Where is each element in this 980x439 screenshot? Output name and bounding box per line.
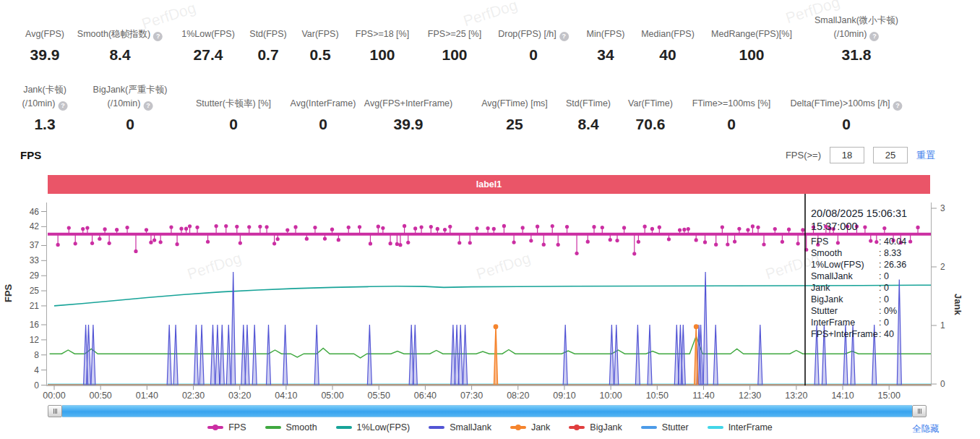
stat-item: Smooth(稳帧指数)?8.4 [77,27,163,64]
stat-value: 8.4 [577,116,598,133]
stat-item: Std(FPS)0.7 [249,27,286,64]
y-axis-right-tick-label: 3 [940,203,945,213]
y-axis-tick-label: 33 [30,255,40,265]
x-axis-tick-label: 13:20 [785,391,807,401]
stat-item: Avg(FPS)39.9 [25,27,64,64]
y-axis-title-right: Jank [953,294,963,315]
legend-item-smooth[interactable]: Smooth [265,422,317,432]
help-icon[interactable]: ? [153,32,163,41]
chart-label-text: label1 [476,179,502,189]
scrollbar-track[interactable] [62,405,912,417]
series-jank [494,324,699,385]
legend-item-jank[interactable]: Jank [510,422,550,432]
stat-value: 100 [442,46,467,64]
stat-label: Delta(FTime)>100ms [/h]? [790,97,902,111]
help-icon[interactable]: ? [58,101,67,111]
legend-label: Jank [531,422,550,432]
legend-label: SmallJank [450,422,491,432]
x-axis-tick-label: 02:30 [182,391,205,401]
stat-item: FPS>=18 [%]100 [356,27,409,64]
x-axis-tick-label: 15:00 [878,391,901,401]
stat-value: 25 [506,116,523,133]
help-icon[interactable]: ? [893,101,903,111]
stat-label: Avg(FPS+InterFrame) [364,97,452,111]
fps-threshold-low-input[interactable] [830,147,864,163]
section-title-fps: FPS [20,149,41,161]
fps-threshold-label: FPS(>=) [786,150,821,161]
stat-value: 40 [659,46,676,64]
x-axis-tick-label: 00:50 [90,391,112,401]
legend-marker [429,426,444,429]
series-smooth [50,336,936,358]
stat-item: FTime>=100ms [%]0 [692,97,771,133]
stat-value: 0 [727,116,736,133]
fps-chart[interactable]: 464237332925211612840321000:0000:5001:40… [0,194,980,404]
stat-value: 34 [597,46,614,64]
legend-item-stutter[interactable]: Stutter [641,422,689,432]
legend-item-bigjank[interactable]: BigJank [569,422,622,432]
legend-item-interframe[interactable]: InterFrame [708,422,773,432]
stat-item: Stutter(卡顿率) [%]0 [196,97,271,133]
series-fps [48,224,931,256]
legend-marker [265,426,281,429]
legend-marker [510,426,526,429]
x-axis-tick-label: 14:10 [831,391,854,401]
y-axis-right-tick-label: 1 [940,320,945,331]
stat-label: 1%Low(FPS) [181,27,235,41]
stat-value: 39.9 [30,46,60,64]
x-axis-tick-label: 00:00 [43,391,65,401]
y-axis-tick-label: 29 [30,270,40,281]
help-icon[interactable]: ? [143,101,152,111]
y-axis-tick-label: 46 [30,207,40,217]
stat-item: MedRange(FPS)[%]100 [711,27,792,64]
stat-value: 100 [739,46,764,64]
chart-legend: FPSSmooth1%Low(FPS)SmallJankJankBigJankS… [0,422,980,432]
y-axis-tick-label: 12 [30,335,40,345]
stat-item: Min(FPS)34 [587,27,625,64]
y-axis-right-tick-label: 2 [940,262,945,272]
stat-item: Median(FPS)40 [641,27,695,64]
legend-item-smalljank[interactable]: SmallJank [429,422,491,432]
stat-label: MedRange(FPS)[%] [711,27,792,41]
scrollbar-left-handle[interactable] [48,405,62,417]
chart-scrollbar[interactable] [48,405,927,417]
stat-label: Std(FTime) [566,97,611,111]
x-axis-tick-label: 06:40 [414,391,437,401]
stat-value: 100 [369,46,395,64]
x-axis-tick-label: 08:20 [507,391,529,401]
stat-label: Var(FPS) [301,27,338,41]
x-axis-tick-label: 05:50 [368,391,390,401]
stat-label: Std(FPS) [249,27,286,41]
stat-label: Drop(FPS) [/h]? [498,27,569,41]
stat-label: Jank(卡顿)(/10min)? [22,83,68,111]
fps-threshold-high-input[interactable] [873,147,908,163]
x-axis-tick-label: 05:00 [321,391,343,401]
legend-label: FPS [228,422,246,432]
y-axis-tick-label: 37 [30,240,40,250]
stat-item: Var(FTime)70.6 [628,97,673,133]
stat-value: 1.3 [34,116,55,133]
stat-value: 0.7 [257,46,278,64]
stat-label: FPS>=25 [%] [428,27,481,41]
stat-value: 0 [319,116,327,133]
stat-label: FPS>=18 [%] [356,27,409,41]
legend-item-fps[interactable]: FPS [207,422,246,432]
y-axis-tick-label: 4 [34,365,39,375]
help-icon[interactable]: ? [869,32,879,41]
x-axis-tick-label: 11:40 [692,391,714,401]
legend-item-1-low-fps-[interactable]: 1%Low(FPS) [336,422,411,432]
stat-item: Delta(FTime)>100ms [/h]?0 [790,97,902,133]
x-axis-tick-label: 03:20 [228,391,251,401]
y-axis-tick-label: 8 [34,350,39,360]
stat-value: 0 [842,116,851,133]
scrollbar-right-handle[interactable] [912,405,927,417]
x-axis-tick-label: 04:10 [275,391,297,401]
stat-label: SmallJank(微小卡顿)(/10min)? [814,14,898,41]
hide-all-link[interactable]: 全隐藏 [912,423,940,435]
reset-link[interactable]: 重置 [916,149,935,162]
stat-label: Var(FTime) [628,97,673,111]
help-icon[interactable]: ? [559,32,569,41]
plot-area [48,224,935,385]
stat-label: Median(FPS) [641,27,695,41]
legend-label: 1%Low(FPS) [357,422,411,432]
